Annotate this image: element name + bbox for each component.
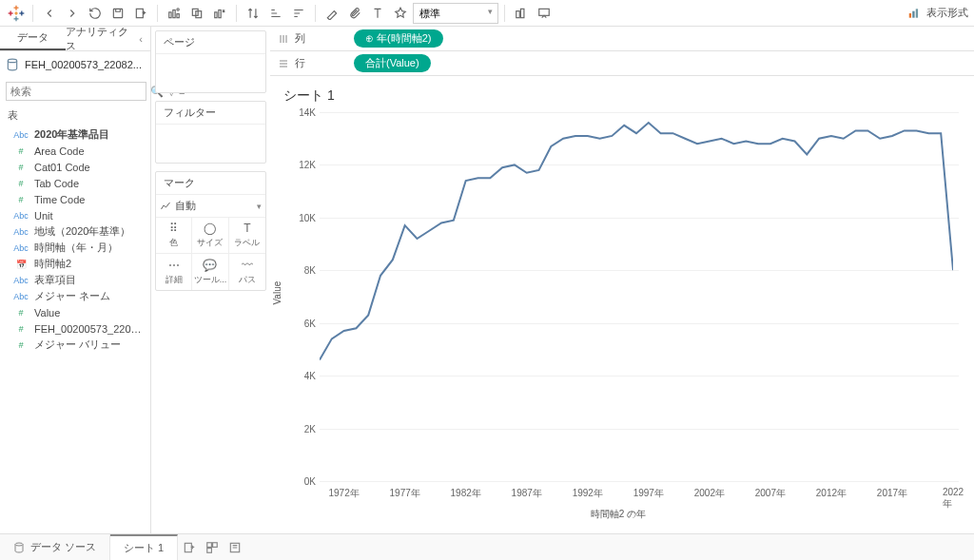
new-worksheet-button[interactable] (164, 3, 185, 24)
new-dashboard-button[interactable] (201, 534, 224, 560)
swap-icon (246, 7, 260, 20)
tab-analytics[interactable]: アナリティクス (66, 27, 131, 50)
data-source-tab[interactable]: データ ソース (0, 534, 110, 560)
field-表章項目[interactable]: Abc表章項目 (0, 272, 150, 288)
mark-cell-icon: 💬 (203, 259, 217, 272)
bottom-bar: データ ソース シート 1 (0, 533, 974, 560)
field-メジャー バリュー[interactable]: #メジャー バリュー (0, 337, 150, 353)
columns-pill[interactable]: ⊕ 年(時間軸2) (354, 29, 443, 48)
field-search-input[interactable] (6, 82, 146, 101)
collapse-pane-button[interactable]: ‹ (131, 27, 150, 50)
tableau-logo[interactable] (6, 3, 27, 24)
redo-button[interactable] (62, 3, 83, 24)
y-tick: 8K (304, 265, 316, 276)
show-me-button[interactable]: 表示形式 (907, 6, 968, 20)
rows-label: 行 (295, 56, 305, 70)
clear-button[interactable] (209, 3, 230, 24)
field-name: 2020年基準品目 (34, 127, 145, 142)
mark-サイズ[interactable]: ◯サイズ (192, 218, 228, 254)
revert-button[interactable] (85, 3, 106, 24)
y-tick: 0K (304, 476, 316, 487)
field-name: 地域（2020年基準） (34, 224, 145, 239)
labels-button[interactable] (367, 3, 388, 24)
mark-パス[interactable]: 〰パス (229, 254, 265, 290)
field-2020年基準品目[interactable]: Abc2020年基準品目 (0, 126, 150, 143)
field-Area Code[interactable]: #Area Code (0, 143, 150, 159)
swap-button[interactable] (243, 3, 263, 24)
field-Cat01 Code[interactable]: #Cat01 Code (0, 159, 150, 175)
presentation-button[interactable] (534, 3, 555, 24)
mark-cell-icon: 〰 (242, 259, 253, 272)
field-name: Time Code (34, 194, 145, 205)
worksheet-pane: 列 ⊕ 年(時間軸2) 行 合計(Value) シート 1 Value 時間軸2… (270, 27, 974, 533)
gridline (320, 481, 959, 482)
x-tick: 2002年 (694, 487, 725, 500)
svg-point-15 (177, 8, 179, 10)
data-pane: データ アナリティクス ‹ FEH_00200573_22082... 🔍 ▽ … (0, 27, 151, 533)
pin-button[interactable] (390, 3, 411, 24)
chart-area: シート 1 Value 時間軸2 の年 0K2K4K6K8K10K12K14K1… (270, 76, 974, 533)
field-name: 時間軸（年・月） (34, 241, 145, 255)
duplicate-button[interactable] (186, 3, 207, 24)
svg-rect-18 (215, 11, 217, 17)
field-Unit[interactable]: AbcUnit (0, 207, 150, 223)
group-button[interactable] (344, 3, 365, 24)
cards-pane: ページ フィルター マーク 自動 ▾ ⠿色◯サイズTラベル⋯詳細💬ツール...〰… (151, 27, 270, 533)
columns-label: 列 (295, 31, 305, 46)
field-type-icon: # (13, 195, 29, 204)
mark-詳細[interactable]: ⋯詳細 (156, 254, 192, 290)
data-line (320, 123, 953, 359)
new-sheet-button[interactable] (178, 534, 201, 560)
field-時間軸（年・月）[interactable]: Abc時間軸（年・月） (0, 240, 150, 256)
field-Time Code[interactable]: #Time Code (0, 191, 150, 207)
top-toolbar: 標準 表示形式 (0, 0, 974, 27)
datasource-icon (13, 542, 25, 553)
highlight-icon (325, 7, 339, 20)
field-FEH_00200573_220829...[interactable]: #FEH_00200573_220829... (0, 320, 150, 337)
field-type-icon: Abc (13, 227, 29, 237)
mark-色[interactable]: ⠿色 (156, 218, 192, 254)
new-data-source-button[interactable] (130, 3, 151, 24)
field-メジャー ネーム[interactable]: Abcメジャー ネーム (0, 288, 150, 304)
mark-ツール...[interactable]: 💬ツール... (192, 254, 228, 290)
duplicate-icon (190, 7, 204, 20)
field-name: 表章項目 (34, 273, 145, 287)
svg-rect-13 (173, 10, 175, 17)
field-Tab Code[interactable]: #Tab Code (0, 175, 150, 191)
tab-data[interactable]: データ (0, 27, 66, 50)
field-Value[interactable]: #Value (0, 304, 150, 320)
filters-card[interactable]: フィルター (155, 101, 266, 164)
data-source-row[interactable]: FEH_00200573_22082... (0, 51, 150, 78)
sort-asc-button[interactable] (265, 3, 286, 24)
mark-ラベル[interactable]: Tラベル (229, 218, 265, 254)
sort-desc-button[interactable] (288, 3, 309, 24)
marks-card[interactable]: マーク 自動 ▾ ⠿色◯サイズTラベル⋯詳細💬ツール...〰パス (155, 171, 266, 291)
sheet-title[interactable]: シート 1 (278, 84, 959, 112)
field-type-icon: # (13, 308, 29, 318)
rows-shelf[interactable]: 行 合計(Value) (270, 51, 974, 76)
fit-select[interactable]: 標準 (413, 3, 498, 24)
sheet-tab[interactable]: シート 1 (110, 534, 178, 560)
field-時間軸2[interactable]: 📅時間軸2 (0, 256, 150, 272)
fit-select-input[interactable]: 標準 (413, 3, 498, 24)
rows-pill[interactable]: 合計(Value) (354, 54, 431, 72)
mark-type-select[interactable]: 自動 (160, 199, 253, 213)
undo-button[interactable] (39, 3, 60, 24)
filters-card-header: フィルター (156, 102, 265, 125)
paperclip-icon (348, 7, 361, 20)
mark-cell-label: ツール... (194, 274, 227, 286)
svg-rect-21 (520, 9, 524, 17)
save-icon (111, 7, 125, 20)
svg-rect-10 (113, 9, 122, 17)
field-地域（2020年基準）[interactable]: Abc地域（2020年基準） (0, 223, 150, 240)
show-cards-button[interactable] (511, 3, 532, 24)
columns-shelf[interactable]: 列 ⊕ 年(時間軸2) (270, 27, 974, 51)
new-story-button[interactable] (224, 534, 246, 560)
y-tick: 14K (299, 107, 316, 118)
field-name: Value (34, 307, 145, 319)
pages-card[interactable]: ページ (155, 30, 266, 93)
svg-rect-12 (169, 11, 171, 17)
highlight-button[interactable] (321, 3, 342, 24)
chart-canvas: Value 時間軸2 の年 0K2K4K6K8K10K12K14K1972年19… (278, 112, 959, 521)
save-button[interactable] (107, 3, 128, 24)
